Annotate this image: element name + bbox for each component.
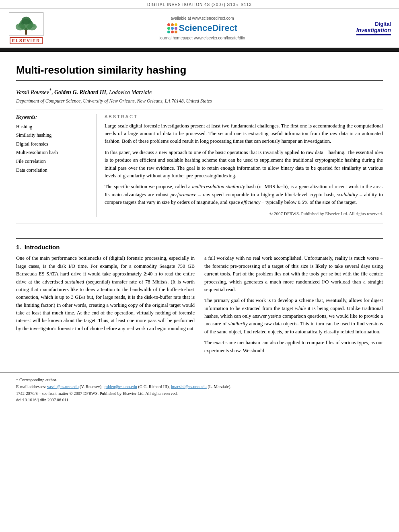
abstract-para-3: The specific solution we propose, called…	[105, 183, 383, 206]
journal-header-bar: DIGITAL INVESTIGATION 4S (2007) S105–S11…	[0, 0, 399, 8]
abstract-text: Large-scale digital forensic investigati…	[105, 122, 383, 218]
article-header-section: Multi-resolution similarity hashing Vass…	[0, 52, 399, 238]
sciencedirect-text: ScienceDirect	[179, 23, 238, 33]
section-1-heading: 1. Introduction	[16, 244, 383, 251]
intro-col-right: a full workday with no real work accompl…	[204, 255, 383, 358]
authors-line: Vassil Roussev*, Golden G. Richard III, …	[16, 88, 383, 96]
elsevier-label-text: ELSEVIER	[10, 37, 43, 44]
affiliation-em: Department of Computer Science, Universi…	[16, 98, 212, 104]
di-bottom-text: Investigation	[356, 27, 391, 33]
issn-footnote: 1742-2876/$ – see front matter © 2007 DF…	[16, 390, 383, 397]
svg-point-6	[28, 20, 32, 24]
footnote-section: * Corresponding author. E-mail addresses…	[0, 372, 399, 408]
keywords-section: Keywords: Hashing Similarity hashing Dig…	[16, 114, 97, 218]
abstract-para-1: Large-scale digital forensic investigati…	[105, 122, 383, 146]
digital-investigation-logo: Digital Investigation	[356, 21, 391, 35]
section-number: 1.	[16, 244, 21, 251]
email-2[interactable]: golden@cs.uno.edu	[103, 384, 137, 389]
two-column-layout: One of the main performance bottlenecks …	[16, 255, 383, 358]
svg-point-8	[32, 24, 35, 27]
corresponding-label: * Corresponding author.	[16, 378, 57, 382]
authors-text: Vassil Roussev*, Golden G. Richard III, …	[16, 89, 152, 95]
di-underline	[356, 34, 391, 35]
svg-point-5	[21, 21, 24, 25]
di-top-text: Digital	[356, 21, 391, 27]
intro-col-left: One of the main performance bottlenecks …	[16, 255, 195, 358]
keyword-similarity-hashing: Similarity hashing	[16, 131, 90, 140]
svg-point-3	[27, 23, 37, 30]
black-separator-bar	[0, 48, 399, 52]
keyword-file-correlation: File correlation	[16, 157, 90, 166]
email-footnote: E-mail addresses: vassil@cs.uno.edu (V. …	[16, 384, 383, 390]
elsevier-tree-icon	[8, 12, 44, 36]
intro-para-right-3: The exact same mechanism can also be app…	[204, 339, 383, 355]
email-3[interactable]: lmarzial@cs.uno.edu	[171, 384, 207, 389]
sciencedirect-branding: available at www.sciencedirect.com	[159, 16, 245, 40]
svg-point-7	[18, 25, 21, 28]
journal-name: DIGITAL INVESTIGATION 4S (2007) S105–S11…	[147, 2, 252, 7]
affiliation-text: Department of Computer Science, Universi…	[16, 98, 383, 109]
keyword-data-correlation: Data correlation	[16, 166, 90, 175]
intro-para-left-1: One of the main performance bottlenecks …	[16, 255, 195, 333]
email-1[interactable]: vassil@cs.uno.edu	[47, 384, 79, 389]
keyword-hashing: Hashing	[16, 123, 90, 131]
doi-footnote: doi:10.1016/j.diin.2007.06.011	[16, 397, 383, 404]
keyword-multi-resolution: Multi-resolution hash	[16, 148, 90, 157]
intro-para-right-2: The primary goal of this work is to deve…	[204, 297, 383, 336]
publisher-header: ELSEVIER available at www.sciencedirect.…	[0, 8, 399, 48]
elsevier-logo: ELSEVIER	[4, 12, 48, 44]
copyright-line: © 2007 DFRWS. Published by Elsevier Ltd.…	[105, 210, 383, 217]
abstract-para-2: In this paper, we discuss a new approach…	[105, 149, 383, 180]
abstract-heading: ABSTRACT	[105, 114, 383, 119]
section-title: Introduction	[25, 244, 60, 251]
abstract-section: ABSTRACT Large-scale digital forensic in…	[105, 114, 383, 218]
sciencedirect-logo: ScienceDirect	[167, 23, 238, 33]
keywords-list: Hashing Similarity hashing Digital foren…	[16, 123, 90, 175]
keywords-abstract-row: Keywords: Hashing Similarity hashing Dig…	[16, 114, 383, 224]
article-title: Multi-resolution similarity hashing	[16, 64, 383, 81]
email-label: E-mail addresses:	[16, 384, 47, 389]
intro-para-right-1: a full workday with no real work accompl…	[204, 255, 383, 294]
corresponding-author-note: * Corresponding author.	[16, 377, 383, 384]
keyword-digital-forensics: Digital forensics	[16, 140, 90, 149]
sd-dots-icon	[167, 23, 177, 33]
article-body: 1. Introduction One of the main performa…	[0, 238, 399, 366]
keywords-label: Keywords:	[16, 114, 90, 120]
homepage-url: journal homepage: www.elsevier.com/locat…	[159, 36, 245, 40]
section-divider	[16, 238, 383, 239]
available-at-text: available at www.sciencedirect.com	[171, 16, 234, 21]
